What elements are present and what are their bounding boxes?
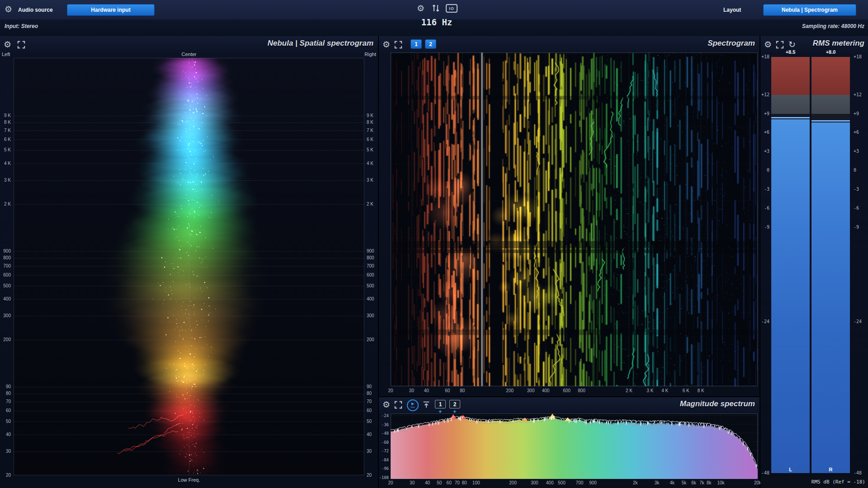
freq-axis-label: 200 bbox=[505, 480, 521, 485]
db-tick-label: -108 bbox=[379, 475, 389, 480]
db-tick-label: -84 bbox=[379, 457, 389, 463]
fullscreen-icon[interactable] bbox=[17, 41, 25, 49]
spatial-freq-tick-label: 700 bbox=[367, 263, 374, 269]
freq-axis-label: 8 K bbox=[693, 388, 708, 393]
spatial-spectrogram-panel: ⚙ Nebula | Spatial spectrogram Left Cent… bbox=[0, 36, 378, 488]
freq-axis-label: 20 bbox=[383, 480, 398, 485]
rms-value-left: +8.5 bbox=[771, 49, 810, 55]
spatial-freq-tick-label: 200 bbox=[0, 337, 11, 343]
view-selector-button[interactable]: Nebula | Spectrogram bbox=[763, 4, 856, 16]
sort-arrows-icon[interactable] bbox=[431, 4, 440, 13]
magnitude-db-axis: -24-36-48-60-72-84-96-108 bbox=[379, 413, 390, 479]
hardware-input-button[interactable]: Hardware input bbox=[67, 4, 155, 16]
rms-scale-label: +9 bbox=[760, 111, 769, 117]
fullscreen-icon[interactable] bbox=[394, 401, 402, 409]
spatial-freq-tick-label: 6 K bbox=[367, 137, 373, 142]
slot-1-button[interactable]: 1 bbox=[435, 400, 446, 408]
play-icon: ▶ bbox=[411, 402, 414, 406]
spatial-spectrogram-canvas[interactable] bbox=[14, 58, 364, 475]
rms-scale-left: +18+12+9+6+30-3-6-9-24-48 bbox=[760, 36, 770, 488]
magnitude-spectrum-canvas[interactable] bbox=[391, 413, 758, 479]
spatial-freq-tick-label: 800 bbox=[0, 255, 11, 261]
rms-ref-label: RMS dB (Ref = -18) bbox=[811, 476, 865, 488]
rms-scale-label: -3 bbox=[760, 187, 769, 192]
spectrogram-canvas[interactable] bbox=[391, 52, 758, 386]
spatial-freq-tick-label: 3 K bbox=[367, 178, 373, 183]
display-settings-gear-icon[interactable]: ⚙ bbox=[417, 4, 425, 13]
rms-scale-label: -24 bbox=[760, 319, 769, 324]
channel-label-right: R bbox=[811, 467, 850, 472]
spatial-freq-tick-label: 60 bbox=[0, 408, 11, 413]
low-freq-label: Low Freq. bbox=[166, 477, 212, 483]
slot-2-button[interactable]: 2 bbox=[425, 39, 436, 49]
input-info-label: Input: Stereo bbox=[5, 23, 38, 29]
slot-2-button[interactable]: 2 bbox=[449, 400, 460, 408]
rms-scale-label: +6 bbox=[760, 130, 769, 135]
spatial-freq-tick-label: 400 bbox=[367, 296, 374, 302]
fullscreen-icon[interactable] bbox=[776, 41, 784, 49]
spatial-freq-tick-label: 900 bbox=[0, 249, 11, 254]
live-toggle-button[interactable]: ▶ live bbox=[407, 399, 419, 411]
rms-scale-label: 0 bbox=[854, 168, 856, 173]
rms-scale-label: -9 bbox=[854, 225, 859, 230]
fullscreen-icon[interactable] bbox=[394, 41, 402, 49]
freq-axis-label: 900 bbox=[585, 480, 600, 485]
freq-axis-label: 3k bbox=[649, 480, 665, 485]
spatial-freq-tick-label: 2 K bbox=[367, 202, 373, 207]
spatial-freq-tick-label: 40 bbox=[0, 432, 11, 437]
spatial-freq-tick-label: 8 K bbox=[0, 120, 11, 125]
freq-axis-label: 80 bbox=[455, 388, 470, 393]
rms-scale-label: +3 bbox=[854, 149, 859, 154]
spatial-freq-tick-label: 9 K bbox=[367, 113, 373, 118]
spatial-freq-tick-label: 7 K bbox=[367, 128, 373, 133]
rms-scale-label: +9 bbox=[854, 111, 859, 117]
spatial-freq-tick-label: 500 bbox=[367, 283, 374, 289]
panel-title: Nebula | Spatial spectrogram bbox=[268, 39, 373, 48]
reset-refresh-icon[interactable]: ↻ bbox=[788, 40, 796, 49]
io-routing-icon[interactable]: IO bbox=[446, 4, 458, 13]
slot-1-button[interactable]: 1 bbox=[410, 39, 422, 49]
spatial-freq-tick-label: 800 bbox=[367, 255, 374, 261]
spatial-freq-tick-label: 90 bbox=[367, 384, 372, 389]
top-toolbar: ⚙ Audio source Hardware input ⚙ IO 116 H… bbox=[0, 0, 868, 36]
spatial-freq-tick-label: 600 bbox=[367, 272, 374, 278]
spatial-freq-tick-label: 200 bbox=[367, 337, 374, 343]
spatial-freq-tick-label: 300 bbox=[0, 313, 11, 319]
rms-scale-label: 0 bbox=[760, 168, 769, 173]
rms-metering-panel: ⚙ ↻ RMS metering +8.5 +8.0 +18+12+9+6+30… bbox=[760, 36, 868, 488]
freq-axis-label: 2k bbox=[627, 480, 643, 485]
spatial-freq-axis-left: 9 K8 K7 K6 K5 K4 K3 K2 K9008007006005004… bbox=[0, 58, 12, 475]
panel-settings-gear-icon[interactable]: ⚙ bbox=[382, 40, 390, 49]
audio-settings-gear-icon[interactable]: ⚙ bbox=[5, 5, 12, 14]
freq-axis-label: 20 bbox=[383, 388, 398, 393]
spatial-freq-axis-right: 9 K8 K7 K6 K5 K4 K3 K2 K9008007006005004… bbox=[365, 58, 378, 475]
spatial-freq-tick-label: 20 bbox=[0, 473, 11, 478]
rms-footer-bar: RMS dB (Ref = -18) bbox=[760, 476, 868, 488]
freq-axis-label: 200 bbox=[502, 388, 518, 393]
magnitude-freq-axis: 203040506070801002003004005007009002k3k4… bbox=[391, 480, 758, 488]
rms-scale-label: -48 bbox=[854, 470, 862, 476]
pan-label-left: Left bbox=[2, 52, 10, 57]
freq-axis-label: 300 bbox=[523, 388, 538, 393]
channel-label-left: L bbox=[771, 467, 810, 472]
rms-value-right: +8.0 bbox=[811, 49, 850, 55]
panel-settings-gear-icon[interactable]: ⚙ bbox=[4, 40, 11, 49]
spatial-freq-tick-label: 700 bbox=[0, 263, 11, 269]
peak-hold-top-arrow-icon[interactable] bbox=[422, 401, 430, 409]
freq-axis-label: 3 K bbox=[642, 388, 658, 393]
rms-scale-label: -24 bbox=[854, 319, 862, 324]
spectrogram-panel: ⚙ 1 2 Spectrogram 2030406080200300400600… bbox=[379, 36, 760, 396]
spatial-freq-tick-label: 8 K bbox=[367, 120, 373, 125]
spatial-freq-tick-label: 60 bbox=[367, 408, 372, 413]
rms-scale-label: +12 bbox=[760, 92, 769, 98]
audio-source-label: Audio source bbox=[18, 7, 53, 13]
spatial-freq-tick-label: 3 K bbox=[0, 178, 11, 183]
spatial-freq-tick-label: 300 bbox=[367, 313, 374, 319]
db-tick-label: -48 bbox=[379, 431, 389, 436]
sampling-rate-label: Sampling rate: 48000 Hz bbox=[802, 23, 864, 29]
layout-button[interactable]: Layout bbox=[723, 7, 741, 13]
rms-scale-label: -9 bbox=[760, 225, 769, 230]
panel-settings-gear-icon[interactable]: ⚙ bbox=[382, 400, 390, 409]
freq-axis-label: 4 K bbox=[657, 388, 673, 393]
spatial-freq-tick-label: 50 bbox=[0, 419, 11, 424]
